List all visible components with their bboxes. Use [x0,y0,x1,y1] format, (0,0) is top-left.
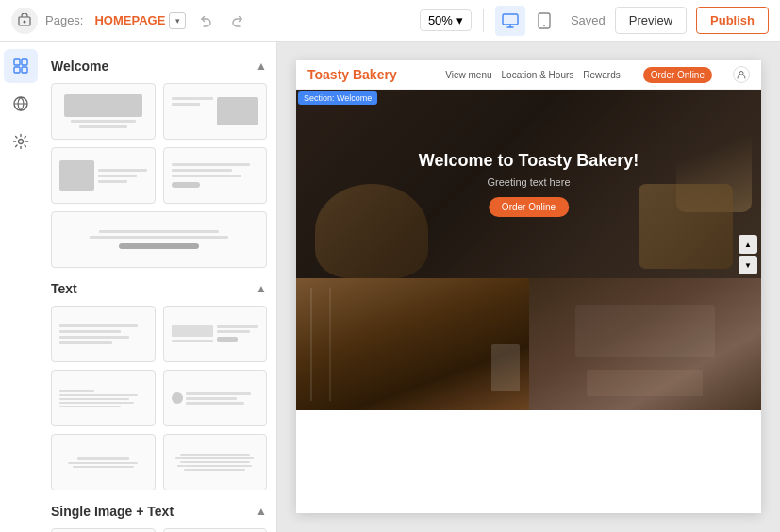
welcome-template-4[interactable] [163,147,268,204]
svg-point-1 [24,20,26,23]
publish-btn[interactable]: Publish [696,7,769,34]
gallery-img-2-placeholder [529,278,762,410]
hero-subtitle[interactable]: Greeting text here [419,176,639,188]
topbar-left: Pages: HOMEPAGE ▾ [11,8,408,34]
welcome-template-2[interactable] [163,83,268,140]
text-template-3[interactable] [51,370,156,426]
undo-btn[interactable] [193,8,220,34]
svg-point-10 [18,140,23,144]
site-nav: Toasty Bakery View menu Location & Hours… [296,60,761,90]
nav-link-location[interactable]: Location & Hours [502,70,574,80]
text-template-5[interactable] [51,434,156,490]
redo-btn[interactable] [224,8,250,34]
components-panel: Welcome ▲ [41,42,277,532]
sidebar-add-btn[interactable] [4,49,38,83]
divider [483,9,484,32]
text-section-toggle[interactable]: ▲ [256,282,267,295]
canvas-down-ctrl[interactable]: ▼ [739,256,757,274]
gallery-img-2[interactable] [529,278,762,410]
mobile-btn[interactable] [529,6,559,36]
hero-title[interactable]: Welcome to Toasty Bakery! [419,151,639,171]
sidebar-icons [0,42,41,532]
section-badge: Section: Welcome [298,91,377,105]
nav-link-menu[interactable]: View menu [445,70,491,80]
welcome-template-3[interactable] [51,147,156,204]
site-nav-links: View menu Location & Hours Rewards [445,70,620,80]
saved-label: Saved [571,13,606,27]
topbar: Pages: HOMEPAGE ▾ 50% ▾ [0,0,780,42]
svg-rect-8 [22,67,27,73]
gallery-img-1-placeholder [296,278,529,410]
nav-link-rewards[interactable]: Rewards [583,70,620,80]
welcome-section-title: Welcome [51,58,108,74]
zoom-selector[interactable]: 50% ▾ [420,9,472,31]
site-hero[interactable]: Section: Welcome Welcome to Toasty Baker… [296,90,761,278]
site-order-online-btn[interactable]: Order Online [643,67,712,83]
welcome-templates-grid [51,83,267,268]
svg-rect-2 [503,14,518,25]
zoom-chevron: ▾ [456,13,463,27]
app-icon[interactable] [11,8,38,34]
welcome-template-5[interactable] [51,211,267,268]
svg-rect-6 [22,59,27,65]
desktop-btn[interactable] [495,6,525,36]
zoom-value: 50% [428,13,453,27]
svg-rect-7 [14,67,20,73]
sidebar-settings-btn[interactable] [4,125,38,158]
history-btns [193,8,250,34]
single-image-text-templates-grid [51,528,267,532]
hero-content: Welcome to Toasty Bakery! Greeting text … [419,151,639,217]
text-template-2[interactable] [163,306,268,362]
welcome-section-toggle[interactable]: ▲ [256,59,267,73]
single-image-text-toggle[interactable]: ▲ [256,505,267,518]
welcome-template-1[interactable] [51,83,156,140]
topbar-right: Saved Preview Publish [571,7,769,34]
pages-label: Pages: [45,13,83,27]
sidebar-globe-btn[interactable] [4,87,38,121]
gallery-img-1[interactable] [296,278,529,410]
canvas-frame: Toasty Bakery View menu Location & Hours… [296,60,761,513]
main-layout: Welcome ▲ [0,42,780,532]
pages-dropdown-btn[interactable]: ▾ [169,12,186,29]
preview-btn[interactable]: Preview [615,7,687,34]
pages-name: HOMEPAGE [94,13,165,27]
hero-cta-btn[interactable]: Order Online [489,197,569,217]
device-btns [495,6,559,36]
pages-selector: Pages: HOMEPAGE ▾ [45,12,186,29]
svg-rect-5 [14,59,20,65]
topbar-center: 50% ▾ [420,6,559,36]
text-templates-grid [51,306,267,490]
svg-point-4 [543,25,545,26]
single-image-text-section-header: Single Image + Text ▲ [51,504,267,519]
text-section-header: Text ▲ [51,281,267,296]
text-template-1[interactable] [51,306,156,362]
welcome-section-header: Welcome ▲ [51,58,267,74]
text-template-4[interactable] [163,370,268,426]
canvas-up-ctrl[interactable]: ▲ [739,235,757,254]
canvas-area: Toasty Bakery View menu Location & Hours… [277,42,780,532]
single-image-text-title: Single Image + Text [51,504,174,519]
site-gallery [296,278,761,410]
site-logo: Toasty Bakery [307,67,438,82]
site-user-icon[interactable] [733,66,750,83]
single-image-text-template-1[interactable] [51,528,156,532]
single-image-text-template-2[interactable] [163,528,268,532]
text-section-title: Text [51,281,77,296]
text-template-6[interactable] [163,434,268,490]
